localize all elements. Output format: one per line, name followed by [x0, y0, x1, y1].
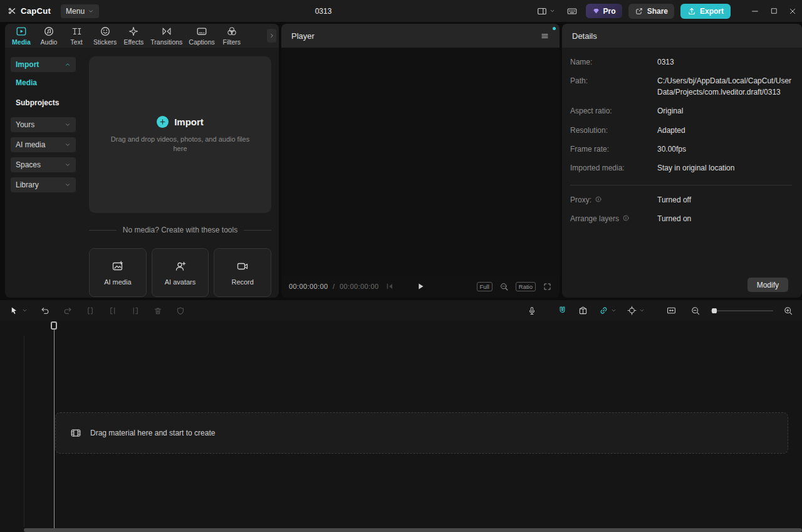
tab-label: Audio: [41, 38, 58, 46]
tabs-expand-button[interactable]: [267, 29, 276, 43]
import-button[interactable]: Import: [157, 116, 204, 128]
sidebar-group-label: Spaces: [16, 160, 41, 169]
tab-audio[interactable]: Audio: [35, 26, 63, 46]
timeline-scrollbar[interactable]: [24, 528, 802, 532]
delete-left-button[interactable]: [108, 306, 118, 316]
zoom-in-button[interactable]: [783, 306, 793, 316]
tool-ai-avatars[interactable]: AI avatars: [152, 248, 209, 297]
tab-transitions[interactable]: Transitions: [147, 26, 185, 46]
close-button[interactable]: [783, 0, 802, 22]
preview-quality-badge[interactable]: Full: [477, 282, 492, 291]
zoom-ratio-icon: [499, 282, 509, 291]
import-title: Import: [174, 117, 204, 127]
sidebar-media[interactable]: Media: [11, 73, 76, 92]
maximize-button[interactable]: [764, 0, 783, 22]
timeline-drop-area[interactable]: Drag material here and start to create: [55, 412, 788, 454]
fullscreen-button[interactable]: [543, 282, 552, 291]
preview-zoom-button[interactable]: [499, 282, 509, 291]
tab-captions[interactable]: Captions: [185, 26, 217, 46]
media-tabbar: Media Audio Text Stickers Effects Transi…: [5, 24, 279, 48]
info-icon[interactable]: [622, 214, 630, 222]
tab-stickers[interactable]: Stickers: [90, 26, 120, 46]
tab-media[interactable]: Media: [8, 26, 35, 46]
sidebar-subprojects-label: Subprojects: [16, 98, 59, 107]
sidebar-group-spaces[interactable]: Spaces: [11, 157, 76, 172]
player-viewport[interactable]: [281, 48, 560, 275]
link-icon-wrap: [598, 305, 609, 316]
export-button[interactable]: Export: [680, 4, 731, 19]
delete-right-button[interactable]: [130, 306, 140, 316]
chevron-right-icon: [269, 33, 275, 39]
zoom-slider-knob[interactable]: [712, 308, 717, 313]
undo-icon: [40, 306, 50, 316]
sidebar-group-library[interactable]: Library: [11, 177, 76, 192]
chevron-down-icon: [65, 162, 71, 168]
import-dropzone[interactable]: Import Drag and drop videos, photos, and…: [89, 56, 271, 213]
details-panel: Details Name: 0313 Path: C:/Users/bj/App…: [562, 24, 802, 298]
project-title: 0313: [315, 7, 332, 16]
fit-timeline-button[interactable]: [666, 305, 677, 316]
sidebar-import[interactable]: Import: [11, 57, 76, 72]
timeline-toolbar: [0, 300, 802, 321]
detail-row-imported-media: Imported media: Stay in original locatio…: [570, 163, 792, 174]
play-icon: [416, 282, 425, 291]
timeline-toolbar-left: [0, 306, 185, 316]
keyboard-icon: [566, 6, 578, 17]
capcut-logo-icon: [8, 6, 17, 16]
sidebar-subprojects[interactable]: Subprojects: [11, 93, 76, 112]
mask-button[interactable]: [175, 306, 185, 316]
filmstrip-icon: [70, 427, 81, 439]
tool-ai-media[interactable]: AI media: [89, 248, 147, 297]
tool-record[interactable]: Record: [214, 248, 271, 297]
preview-axis-toggle[interactable]: [627, 305, 645, 316]
tab-effects[interactable]: Effects: [120, 26, 147, 46]
linkage-toggle[interactable]: [598, 305, 617, 316]
tab-text[interactable]: Text: [63, 26, 90, 46]
share-button[interactable]: Share: [628, 4, 674, 19]
timeline-zoom-slider[interactable]: [711, 310, 773, 311]
details-body: Name: 0313 Path: C:/Users/bj/AppData/Loc…: [562, 48, 802, 225]
play-button[interactable]: [416, 282, 425, 291]
undo-button[interactable]: [40, 306, 50, 316]
delete-button[interactable]: [153, 306, 163, 316]
modify-button[interactable]: Modify: [747, 278, 788, 292]
menu-button[interactable]: Menu: [61, 4, 99, 18]
info-icon[interactable]: [595, 196, 602, 203]
tab-label: Text: [70, 38, 82, 46]
sidebar-group-label: Library: [16, 180, 39, 189]
detail-label: Imported media:: [570, 163, 657, 174]
tab-filters[interactable]: Filters: [218, 26, 246, 46]
titlebar: CapCut Menu 0313 Pro Share Export: [0, 0, 802, 22]
auto-pack-toggle[interactable]: [578, 305, 588, 316]
playhead[interactable]: [51, 321, 58, 528]
zoom-out-button[interactable]: [690, 306, 700, 316]
pro-button[interactable]: Pro: [586, 4, 622, 18]
trash-icon: [153, 306, 163, 316]
detail-row-name: Name: 0313: [570, 57, 792, 68]
filters-tab-icon: [226, 26, 237, 37]
split-button[interactable]: [85, 306, 95, 316]
shortcuts-button[interactable]: [563, 3, 581, 19]
timeline[interactable]: Drag material here and start to create: [0, 321, 802, 532]
main-track-magnet-toggle[interactable]: [557, 305, 568, 316]
prev-frame-button[interactable]: [385, 281, 395, 291]
player-controls-right: Full Ratio: [477, 282, 553, 291]
chevron-down-icon: [65, 122, 71, 128]
ratio-badge[interactable]: Ratio: [516, 282, 536, 291]
axis-icon-wrap: [627, 305, 637, 316]
split-icon: [85, 306, 95, 316]
detail-value: Adapted: [657, 125, 685, 136]
sidebar-group-ai-media[interactable]: AI media: [11, 137, 76, 152]
voiceover-button[interactable]: [527, 306, 537, 316]
player-menu-button[interactable]: [540, 31, 549, 41]
media-content: Import Drag and drop videos, photos, and…: [83, 48, 279, 298]
minimize-button[interactable]: [746, 0, 764, 22]
redo-button[interactable]: [63, 306, 73, 316]
select-tool-button[interactable]: [9, 306, 28, 316]
workspace-layout-button[interactable]: [533, 3, 558, 19]
arrange-layers-value: Turned on: [657, 214, 691, 224]
detail-label: Frame rate:: [570, 144, 657, 155]
details-title: Details: [572, 31, 597, 41]
ai-media-icon: [112, 260, 124, 273]
sidebar-group-yours[interactable]: Yours: [11, 117, 76, 132]
